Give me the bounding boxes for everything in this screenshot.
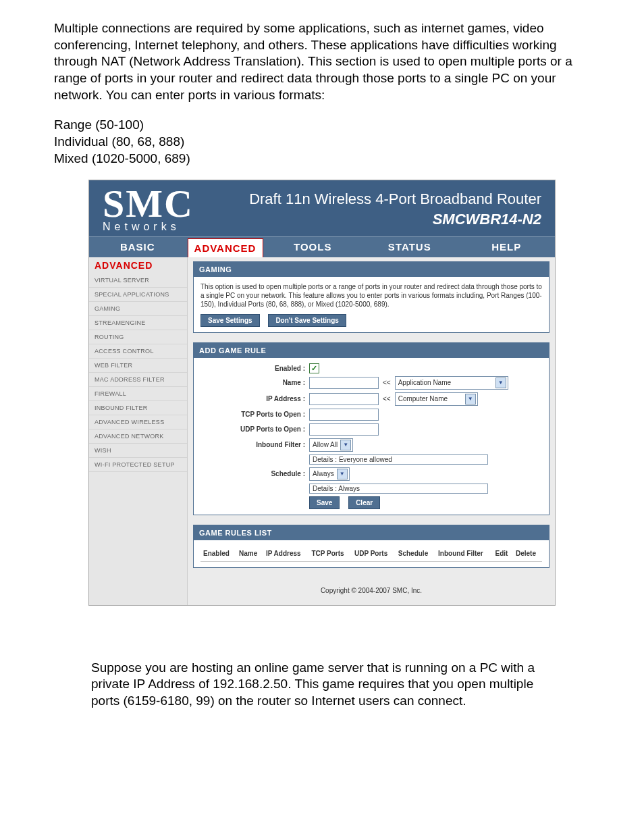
brand-logo: SMC Networks	[103, 187, 194, 232]
name-copy-icon[interactable]: <<	[383, 379, 391, 386]
dont-save-settings-button[interactable]: Don't Save Settings	[268, 314, 346, 327]
brand-sub: Networks	[103, 221, 194, 232]
format-individual: Individual (80, 68, 888)	[54, 134, 590, 151]
gaming-panel: GAMING This option is used to open multi…	[193, 261, 549, 333]
top-nav: BASIC ADVANCED TOOLS STATUS HELP	[89, 236, 555, 257]
application-name-select[interactable]: Application Name ▼	[395, 376, 508, 390]
sidebar-item-access-control[interactable]: ACCESS CONTROL	[89, 344, 187, 359]
copyright: Copyright © 2004-2007 SMC, Inc.	[193, 577, 549, 597]
chevron-down-icon: ▼	[465, 394, 476, 405]
product-model: SMCWBR14-N2	[207, 211, 541, 228]
col-schedule: Schedule	[396, 546, 435, 562]
gaming-panel-title: GAMING	[194, 262, 549, 277]
game-rules-list-title: GAME RULES LIST	[194, 525, 549, 540]
col-delete: Delete	[513, 546, 542, 562]
clear-button[interactable]: Clear	[348, 496, 380, 509]
format-range: Range (50-100)	[54, 117, 590, 134]
sidebar-item-routing[interactable]: ROUTING	[89, 330, 187, 344]
inbound-details-label: Details :	[313, 456, 337, 463]
col-enabled: Enabled	[200, 546, 236, 562]
sidebar-item-firewall[interactable]: FIREWALL	[89, 387, 187, 401]
application-name-select-value: Application Name	[398, 379, 493, 386]
ip-label: IP Address :	[200, 395, 309, 402]
save-button[interactable]: Save	[309, 496, 340, 509]
schedule-select-value: Always	[313, 470, 334, 477]
gaming-panel-desc: This option is used to open multiple por…	[200, 282, 542, 309]
enabled-checkbox[interactable]: ✓	[309, 363, 319, 373]
inbound-details-value: Everyone allowed	[339, 456, 392, 463]
schedule-details-box: Details : Always	[309, 484, 488, 494]
ip-input[interactable]	[309, 393, 379, 405]
col-name: Name	[236, 546, 263, 562]
save-settings-button[interactable]: Save Settings	[200, 314, 260, 327]
add-game-rule-title: ADD GAME RULE	[194, 343, 549, 358]
sidebar: ADVANCED VIRTUAL SERVER SPECIAL APPLICAT…	[89, 257, 188, 605]
col-edit: Edit	[493, 546, 513, 562]
sidebar-item-virtual-server[interactable]: VIRTUAL SERVER	[89, 273, 187, 288]
format-mixed: Mixed (1020-5000, 689)	[54, 151, 590, 167]
router-header: SMC Networks Draft 11n Wireless 4-Port B…	[89, 180, 555, 236]
sidebar-item-mac-address-filter[interactable]: MAC ADDRESS FILTER	[89, 373, 187, 387]
tcp-ports-input[interactable]	[309, 409, 379, 421]
chevron-down-icon: ▼	[495, 377, 506, 388]
tab-tools[interactable]: TOOLS	[265, 237, 362, 257]
brand-name: SMC	[103, 187, 194, 220]
inbound-filter-select[interactable]: Allow All ▼	[309, 438, 353, 452]
sidebar-item-inbound-filter[interactable]: INBOUND FILTER	[89, 401, 187, 415]
name-label: Name :	[200, 379, 309, 386]
name-input[interactable]	[309, 377, 379, 389]
schedule-details-value: Always	[338, 485, 360, 492]
game-rules-list-panel: GAME RULES LIST Enabled Name IP Address …	[193, 525, 549, 568]
tab-status[interactable]: STATUS	[361, 237, 458, 257]
tab-basic[interactable]: BASIC	[89, 237, 186, 257]
chevron-down-icon: ▼	[340, 440, 351, 450]
schedule-select[interactable]: Always ▼	[309, 467, 350, 481]
udp-ports-label: UDP Ports to Open :	[200, 425, 309, 433]
product-title: Draft 11n Wireless 4-Port Broadband Rout…	[207, 190, 541, 208]
tcp-ports-label: TCP Ports to Open :	[200, 411, 309, 418]
enabled-label: Enabled :	[200, 365, 309, 372]
add-game-rule-panel: ADD GAME RULE Enabled : ✓ Name :	[193, 342, 549, 515]
outro-paragraph: Suppose you are hosting an online game s…	[91, 660, 553, 710]
sidebar-item-advanced-wireless[interactable]: ADVANCED WIRELESS	[89, 415, 187, 429]
sidebar-item-special-applications[interactable]: SPECIAL APPLICATIONS	[89, 288, 187, 302]
router-admin-screenshot: SMC Networks Draft 11n Wireless 4-Port B…	[88, 180, 556, 606]
col-ip: IP Address	[263, 546, 309, 562]
sidebar-item-gaming[interactable]: GAMING	[89, 302, 187, 316]
formats-list: Range (50-100) Individual (80, 68, 888) …	[54, 117, 590, 167]
computer-name-select[interactable]: Computer Name ▼	[395, 392, 478, 406]
chevron-down-icon: ▼	[337, 469, 348, 479]
col-udp: UDP Ports	[352, 546, 396, 562]
ip-copy-icon[interactable]: <<	[383, 395, 391, 402]
computer-name-select-value: Computer Name	[398, 395, 462, 402]
sidebar-item-advanced-network[interactable]: ADVANCED NETWORK	[89, 429, 187, 444]
inbound-details-box: Details : Everyone allowed	[309, 454, 488, 465]
intro-paragraph: Multiple connections are required by som…	[54, 20, 590, 103]
game-rules-table: Enabled Name IP Address TCP Ports UDP Po…	[200, 546, 542, 562]
sidebar-item-streamengine[interactable]: STREAMENGINE	[89, 316, 187, 330]
sidebar-item-wish[interactable]: WISH	[89, 444, 187, 458]
inbound-filter-select-value: Allow All	[313, 441, 338, 448]
col-inbound: Inbound Filter	[435, 546, 492, 562]
sidebar-item-web-filter[interactable]: WEB FILTER	[89, 359, 187, 373]
sidebar-item-wifi-protected-setup[interactable]: WI-FI PROTECTED SETUP	[89, 458, 187, 472]
tab-advanced[interactable]: ADVANCED	[188, 238, 263, 257]
sidebar-heading: ADVANCED	[89, 257, 187, 273]
tab-help[interactable]: HELP	[458, 237, 556, 257]
col-tcp: TCP Ports	[308, 546, 352, 562]
udp-ports-input[interactable]	[309, 423, 379, 436]
schedule-details-label: Details :	[313, 485, 337, 492]
inbound-filter-label: Inbound Filter :	[200, 441, 309, 448]
schedule-label: Schedule :	[200, 470, 309, 477]
